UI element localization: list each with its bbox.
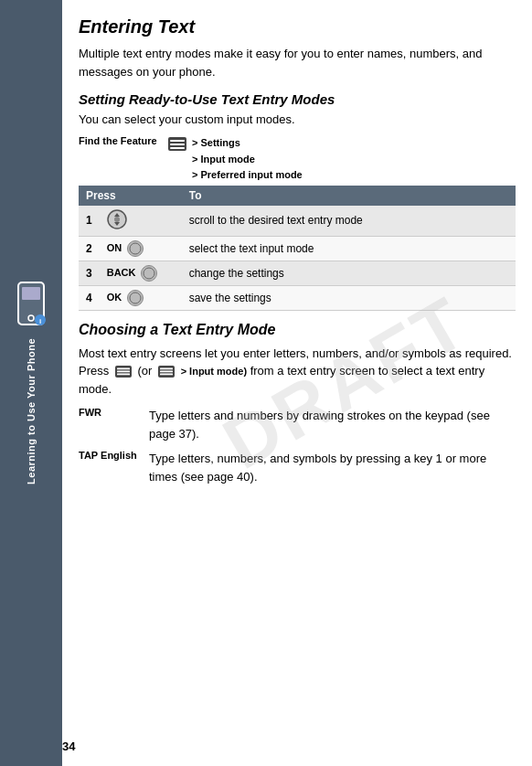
table-header-to: To [182, 186, 516, 206]
svg-rect-7 [170, 144, 185, 145]
instruction-table: Press To 1 scroll to the desired text en… [79, 186, 516, 311]
svg-rect-22 [160, 371, 173, 373]
svg-rect-1 [22, 287, 40, 300]
input-mode-text: > Input mode) [181, 366, 247, 377]
menu-icon [168, 137, 186, 154]
section1-intro: You can select your custom input modes. [79, 112, 516, 126]
menu-icon-inline [115, 366, 132, 378]
row-num-2: 2 [79, 236, 100, 261]
row-num-3: 3 [79, 261, 100, 285]
find-feature-label: Find the Feature [79, 135, 161, 146]
row-desc-1: scroll to the desired text entry mode [182, 206, 516, 237]
fwr-section: FWR Type letters and numbers by drawing … [79, 407, 516, 442]
key-cell-2: ON [100, 236, 182, 261]
svg-point-14 [144, 268, 154, 279]
key-btn-3 [141, 265, 157, 282]
path-item-3: > Preferred input mode [192, 167, 303, 184]
key-label-4: OK [107, 292, 122, 303]
key-cell-4: OK [100, 285, 182, 310]
tap-description: Type letters, numbers, and symbols by pr… [149, 450, 516, 485]
section1-title: Setting Ready-to-Use Text Entry Modes [79, 91, 516, 107]
key-btn-4 [127, 290, 144, 306]
svg-rect-19 [117, 374, 130, 376]
svg-rect-8 [170, 147, 185, 149]
row-num-1: 1 [79, 206, 100, 237]
table-row: 2 ON select the text input mode [79, 236, 516, 261]
svg-point-12 [114, 217, 120, 222]
svg-rect-23 [160, 374, 173, 376]
tap-section: TAP English Type letters, numbers, and s… [79, 450, 516, 485]
svg-rect-18 [117, 371, 130, 373]
row-num-4: 4 [79, 285, 100, 310]
svg-text:i: i [39, 317, 41, 325]
section2-title: Choosing a Text Entry Mode [79, 322, 516, 338]
scroll-icon [107, 209, 127, 229]
intro-text: Multiple text entry modes make it easy f… [79, 45, 516, 80]
key-cell-1 [100, 206, 182, 237]
table-row: 4 OK save the settings [79, 285, 516, 310]
sidebar: i Learning to Use Your Phone [0, 0, 62, 766]
svg-point-15 [130, 293, 141, 303]
fwr-label: FWR [79, 407, 138, 418]
page-number: 34 [62, 739, 75, 753]
sidebar-label: Learning to Use Your Phone [26, 338, 37, 484]
row-desc-2: select the text input mode [182, 236, 516, 261]
find-feature-path: > Settings > Input mode > Preferred inpu… [192, 135, 303, 184]
svg-rect-21 [160, 368, 173, 370]
key-cell-3: BACK [100, 261, 182, 285]
key-btn-2 [127, 240, 144, 257]
key-label-3: BACK [107, 267, 136, 278]
section2-body: Most text entry screens let you enter le… [79, 345, 516, 399]
svg-rect-17 [117, 368, 130, 370]
row-desc-3: change the settings [182, 261, 516, 285]
svg-rect-6 [170, 140, 185, 142]
phone-icon: i [15, 282, 48, 327]
table-row: 1 scroll to the desired text entry mode [79, 206, 516, 237]
path-item-2: > Input mode [192, 152, 303, 168]
svg-point-13 [130, 243, 141, 254]
section2-body2: (or [137, 364, 152, 378]
table-header-press: Press [79, 186, 182, 206]
key-label-2: ON [107, 242, 122, 253]
tap-label: TAP English [79, 450, 138, 461]
find-feature-box: Find the Feature > Settings > Input mode… [79, 135, 516, 184]
path-item-1: > Settings [192, 135, 303, 152]
table-row: 3 BACK change the settings [79, 261, 516, 285]
row-desc-4: save the settings [182, 285, 516, 310]
menu-icon-inline2 [158, 366, 175, 378]
main-content: Entering Text Multiple text entry modes … [62, 0, 532, 766]
fwr-description: Type letters and numbers by drawing stro… [149, 407, 516, 442]
main-title: Entering Text [79, 16, 516, 37]
